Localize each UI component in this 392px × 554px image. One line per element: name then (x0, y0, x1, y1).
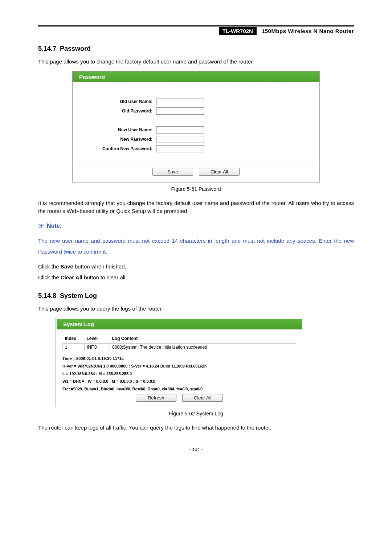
text-fragment: Click the (38, 263, 61, 270)
systemlog-screenshot: System Log Index Level Log Content 1 INF… (56, 318, 303, 407)
clear-all-log-button[interactable]: Clear All (182, 394, 223, 402)
meta-stats: Free=5029, Busy=1, Bind=0, Inv=0/0, Bc=0… (62, 385, 303, 393)
log-table: Index Level Log Content 1 INFO 0000:Syst… (62, 333, 296, 351)
systemlog-outro: The router can keep logs of all traffic.… (38, 424, 354, 432)
cell-level: INFO (85, 344, 110, 351)
meta-ver: H-Ver = WR702N(UN) 1.0 00000000 : S-Ver … (62, 362, 303, 370)
panel-title-password: Password (73, 71, 319, 82)
systemlog-intro: This page allows you to query the logs o… (38, 305, 354, 313)
meta-wan: W1 = DHCP : W = 0.0.0.0 : M = 0.0.0.0 : … (62, 378, 303, 385)
label-confirm-password: Confirm New Password: (73, 146, 156, 151)
section-number: 5.14.7 (38, 45, 56, 52)
pointer-icon: ☞ (38, 222, 44, 230)
panel-title-systemlog: System Log (57, 319, 302, 329)
click-save-line: Click the Save button when finished. (38, 263, 354, 271)
meta-lan: L = 192.168.0.254 : M = 255.255.255.0 (62, 370, 303, 378)
page-header: TL-WR702N 150Mbps Wireless N Nano Router (38, 27, 354, 35)
label-new-password: New Password: (73, 137, 156, 142)
input-new-password[interactable] (156, 136, 204, 143)
input-confirm-password[interactable] (156, 145, 204, 152)
input-old-password[interactable] (156, 107, 204, 115)
note-body: The new user name and password must not … (38, 235, 354, 257)
log-table-row: 1 INFO 0000:System: The device initializ… (63, 344, 296, 351)
figure-caption-password: Figure 5-61 Password (38, 186, 354, 192)
label-new-username: New User Name: (73, 127, 156, 132)
bold-clear-all: Clear All (61, 274, 82, 280)
clear-all-button[interactable]: Clear All (199, 168, 240, 176)
note-label: Note: (47, 223, 62, 229)
product-title: 150Mbps Wireless N Nano Router (257, 27, 354, 35)
header-rule (38, 25, 354, 26)
section-heading-password: 5.14.7 Password (38, 45, 354, 53)
log-meta-block: Time = 2006-01-01 8:19:30 1171s H-Ver = … (62, 355, 303, 393)
text-fragment: button to clear all. (82, 274, 127, 280)
meta-time: Time = 2006-01-01 8:19:30 1171s (62, 355, 303, 362)
note-heading: ☞ Note: (38, 222, 354, 230)
password-recommend-para: It is recommended strongly that you chan… (38, 199, 354, 216)
label-old-password: Old Password: (73, 108, 156, 114)
col-index: Index (63, 333, 85, 344)
section-title: Password (60, 45, 91, 52)
page-number: - 104 - (38, 447, 354, 452)
save-button[interactable]: Save (152, 168, 193, 176)
text-fragment: Click the (38, 274, 61, 280)
section-title: System Log (60, 292, 97, 299)
password-intro: This page allows you to change the facto… (38, 58, 354, 66)
refresh-button[interactable]: Refresh (136, 394, 176, 402)
col-content: Log Content (110, 333, 296, 344)
input-old-username[interactable] (156, 98, 204, 105)
cell-index: 1 (63, 344, 85, 351)
col-level: Level (85, 333, 110, 344)
model-badge: TL-WR702N (219, 27, 257, 35)
input-new-username[interactable] (156, 126, 204, 134)
section-number: 5.14.8 (38, 292, 56, 299)
label-old-username: Old User Name: (73, 99, 156, 104)
text-fragment: button when finished. (73, 263, 126, 270)
figure-caption-systemlog: Figure 5-62 System Log (38, 411, 354, 416)
log-table-header-row: Index Level Log Content (63, 333, 296, 344)
bold-save: Save (61, 263, 73, 270)
click-clear-line: Click the Clear All button to clear all. (38, 274, 354, 282)
section-heading-systemlog: 5.14.8 System Log (38, 292, 354, 300)
password-screenshot: Password Old User Name: Old Password: Ne… (72, 71, 320, 182)
cell-content: 0000:System: The device initialization s… (110, 344, 296, 351)
